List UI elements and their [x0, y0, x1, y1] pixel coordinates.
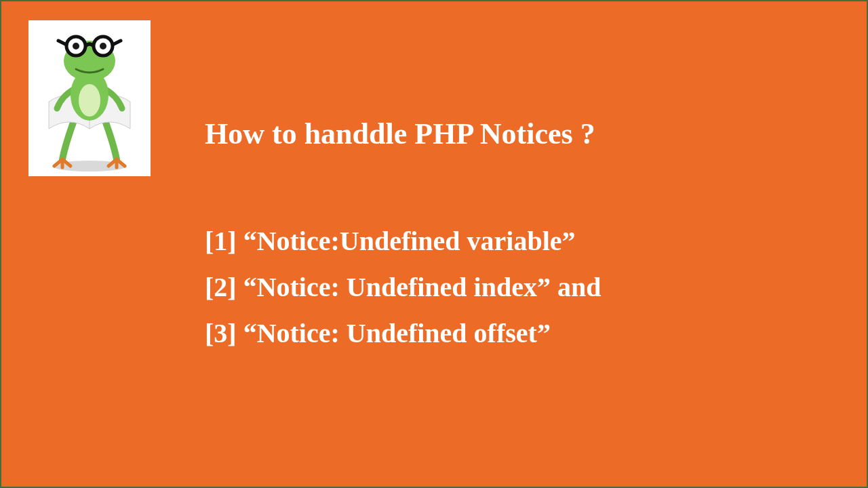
- list-item: [1] “Notice:Undefined variable”: [205, 218, 601, 264]
- slide-title: How to handdle PHP Notices ?: [205, 117, 595, 151]
- svg-point-12: [100, 43, 106, 49]
- svg-line-10: [113, 41, 121, 45]
- mascot-image: [28, 20, 151, 176]
- list-item: [3] “Notice: Undefined offset”: [205, 310, 601, 357]
- svg-line-9: [58, 41, 66, 45]
- svg-point-3: [79, 84, 100, 117]
- frog-icon: [28, 20, 151, 176]
- notice-list: [1] “Notice:Undefined variable” [2] “Not…: [205, 218, 601, 357]
- list-item: [2] “Notice: Undefined index” and: [205, 264, 601, 310]
- svg-point-11: [73, 43, 79, 49]
